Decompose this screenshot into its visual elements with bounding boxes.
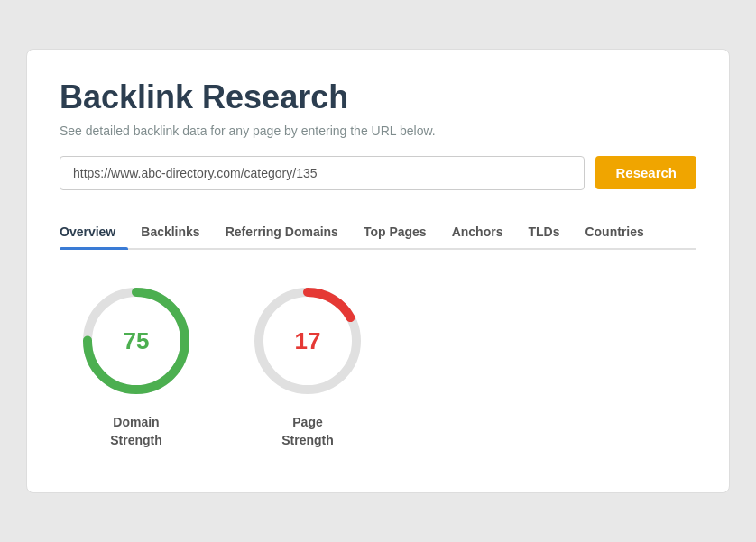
tab-anchors[interactable]: Anchors bbox=[439, 216, 516, 248]
research-button[interactable]: Research bbox=[595, 156, 696, 189]
metric-label-domain-strength: DomainStrength bbox=[110, 414, 162, 449]
gauge-value-page-strength: 17 bbox=[295, 326, 321, 354]
tab-top-pages[interactable]: Top Pages bbox=[351, 216, 439, 248]
gauge-domain-strength: 75 bbox=[78, 282, 195, 400]
tab-countries[interactable]: Countries bbox=[572, 216, 656, 248]
main-card: Backlink Research See detailed backlink … bbox=[26, 49, 730, 493]
subtitle: See detailed backlink data for any page … bbox=[60, 124, 696, 138]
url-input[interactable] bbox=[60, 156, 585, 190]
tab-tlds[interactable]: TLDs bbox=[515, 216, 572, 248]
gauge-value-domain-strength: 75 bbox=[124, 326, 150, 354]
page-title: Backlink Research bbox=[60, 78, 696, 116]
metric-label-page-strength: PageStrength bbox=[281, 414, 334, 449]
tabs-nav: OverviewBacklinksReferring DomainsTop Pa… bbox=[60, 216, 696, 250]
metric-page-strength: 17 PageStrength bbox=[249, 282, 366, 449]
gauge-page-strength: 17 bbox=[249, 282, 366, 400]
search-row: Research bbox=[60, 156, 696, 190]
metrics-row: 75 DomainStrength 17 PageStrength bbox=[60, 282, 696, 449]
tab-backlinks[interactable]: Backlinks bbox=[128, 216, 212, 248]
metric-domain-strength: 75 DomainStrength bbox=[78, 282, 195, 449]
tab-overview[interactable]: Overview bbox=[60, 216, 128, 248]
tab-referring-domains[interactable]: Referring Domains bbox=[213, 216, 351, 248]
